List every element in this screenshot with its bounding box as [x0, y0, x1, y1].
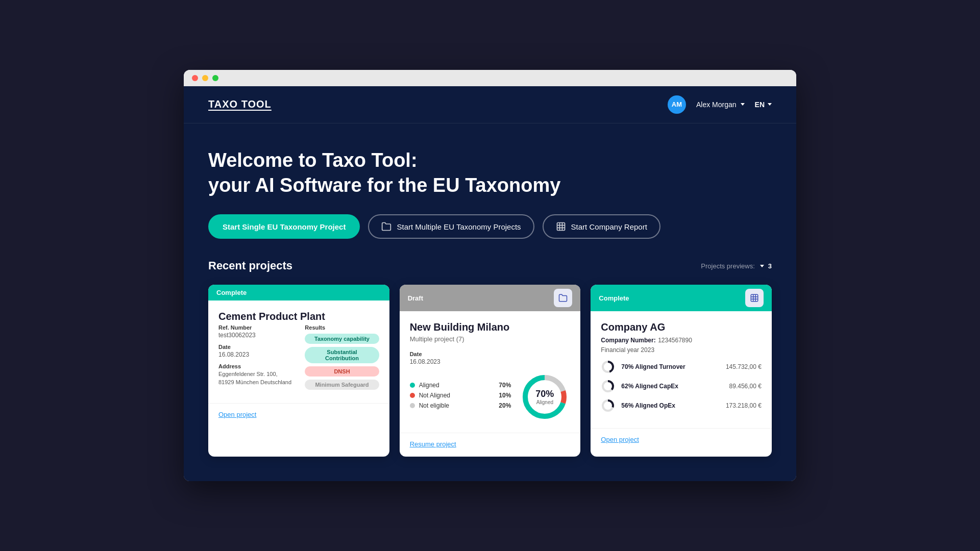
hero-buttons: Start Single EU Taxonomy Project Start M…: [208, 214, 772, 239]
app-logo: TAXO TOOL: [208, 98, 272, 110]
hero-title: Welcome to Taxo Tool: your AI Software f…: [208, 148, 772, 198]
results-label: Results: [305, 324, 379, 331]
tag-substantial: Substantial Contribution: [305, 347, 379, 363]
open-project-cement[interactable]: Open project: [218, 411, 256, 418]
preview-label: Projects previews:: [701, 262, 754, 270]
language-label: EN: [755, 101, 765, 109]
recent-projects-header: Recent projects Projects previews: 3: [208, 259, 772, 272]
header-right: AM Alex Morgan EN: [668, 95, 772, 114]
milano-date-val: 16.08.2023: [410, 358, 571, 365]
address-label: Address: [218, 363, 292, 369]
preview-chevron-icon: [760, 265, 764, 267]
folder-icon: [381, 221, 391, 232]
report-icon: [556, 221, 566, 232]
browser-chrome: [184, 70, 796, 86]
tag-minimum: Minimum Safeguard: [305, 380, 379, 390]
date-label: Date: [218, 344, 292, 350]
milano-date-label: Date: [410, 351, 571, 357]
preview-count: 3: [768, 262, 772, 270]
metric-label-capex: 62% Aligned CapEx: [621, 383, 723, 390]
user-menu-chevron-icon: [741, 103, 745, 106]
projects-grid: Complete Cement Product Plant Ref. Numbe…: [208, 285, 772, 457]
close-button[interactable]: [192, 75, 198, 81]
card-title-milano: New Building Milano: [410, 321, 571, 333]
legend-not-aligned: Not Aligned 10%: [410, 392, 511, 399]
metric-donut-capex-icon: [601, 379, 615, 393]
company-metrics: 70% Aligned Turnover 145.732,00 € 62% Al…: [601, 360, 762, 413]
metric-turnover: 70% Aligned Turnover 145.732,00 €: [601, 360, 762, 374]
company-report-icon: [745, 289, 764, 307]
card-status-complete: Complete: [208, 285, 389, 300]
resume-project-milano[interactable]: Resume project: [410, 440, 456, 448]
card-status-draft: Draft: [400, 285, 581, 311]
legend-dot-not-eligible: [410, 403, 415, 408]
maximize-button[interactable]: [212, 75, 218, 81]
start-single-project-button[interactable]: Start Single EU Taxonomy Project: [208, 214, 360, 239]
legend-aligned: Aligned 70%: [410, 382, 511, 389]
svg-rect-9: [751, 295, 758, 302]
metric-value-capex: 89.456,00 €: [729, 383, 762, 390]
user-avatar: AM: [668, 95, 686, 114]
metric-label-opex: 56% Aligned OpEx: [621, 402, 720, 409]
svg-rect-0: [557, 223, 565, 231]
card-status-company: Complete: [591, 285, 772, 311]
legend-dot-aligned: [410, 383, 415, 388]
donut-chart: 70% Aligned: [519, 371, 570, 422]
legend-not-eligible: Not eligible 20%: [410, 402, 511, 409]
metric-capex: 62% Aligned CapEx 89.456,00 €: [601, 379, 762, 393]
language-chevron-icon: [768, 103, 772, 106]
start-company-report-button[interactable]: Start Company Report: [543, 214, 660, 239]
user-menu[interactable]: Alex Morgan: [696, 101, 745, 109]
metric-value-opex: 173.218,00 €: [726, 402, 762, 409]
metric-value-turnover: 145.732,00 €: [726, 363, 762, 370]
ref-value: test30062023: [218, 332, 292, 339]
card-title-cement: Cement Product Plant: [218, 311, 379, 322]
company-meta: Company Number: 1234567890 Financial yea…: [601, 335, 762, 354]
start-multiple-projects-button[interactable]: Start Multiple EU Taxonomy Projects: [368, 214, 534, 239]
multiple-project-icon: [554, 289, 572, 307]
user-name-label: Alex Morgan: [696, 101, 737, 109]
donut-center: 70% Aligned: [535, 389, 554, 405]
card-subtitle-milano: Multiple project (7): [410, 335, 571, 343]
minimize-button[interactable]: [202, 75, 208, 81]
recent-projects-section: Recent projects Projects previews: 3 Com…: [184, 259, 796, 481]
ref-label: Ref. Number: [218, 324, 292, 331]
language-selector[interactable]: EN: [755, 101, 772, 109]
project-card-cement: Complete Cement Product Plant Ref. Numbe…: [208, 285, 389, 457]
date-value: 16.08.2023: [218, 351, 292, 358]
legend-dot-not-aligned: [410, 393, 415, 398]
tag-taxonomy: Taxonomy capability: [305, 334, 379, 344]
tag-dnsh: DNSH: [305, 366, 379, 377]
project-card-company: Complete: [591, 285, 772, 457]
app-header: TAXO TOOL AM Alex Morgan EN: [184, 86, 796, 123]
metric-donut-turnover-icon: [601, 360, 615, 374]
donut-legend: Aligned 70% Not Aligned 10%: [410, 382, 511, 412]
address-value: Eggenfeldener Str. 100, 81929 München De…: [218, 370, 292, 386]
project-card-milano: Draft New Building Milano Multiple proje…: [400, 285, 581, 457]
projects-preview-control[interactable]: Projects previews: 3: [701, 262, 772, 270]
open-project-company[interactable]: Open project: [601, 436, 639, 443]
metric-label-turnover: 70% Aligned Turnover: [621, 363, 720, 370]
metric-opex: 56% Aligned OpEx 173.218,00 €: [601, 398, 762, 413]
recent-projects-title: Recent projects: [208, 259, 292, 272]
metric-donut-opex-icon: [601, 398, 615, 413]
card-title-company: Company AG: [601, 321, 762, 333]
hero-section: Welcome to Taxo Tool: your AI Software f…: [184, 123, 796, 260]
